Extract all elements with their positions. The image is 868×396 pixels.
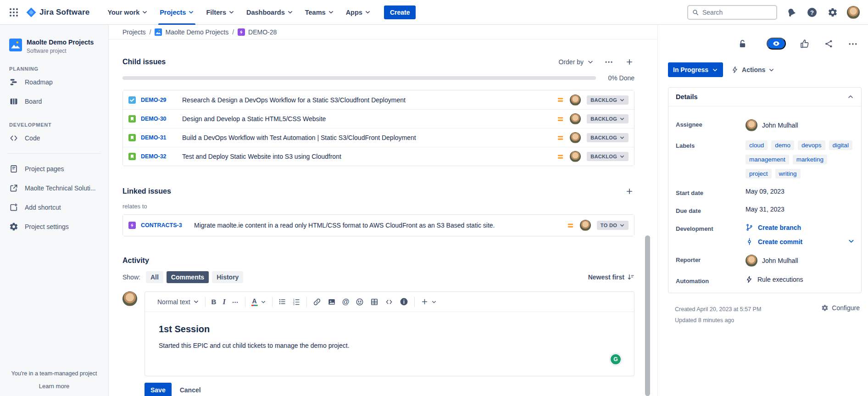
insert-more-button[interactable]	[417, 295, 440, 308]
notifications-button[interactable]	[785, 6, 797, 18]
start-date-value[interactable]: May 09, 2023	[746, 188, 854, 195]
more-formatting-button[interactable]: ⋯	[229, 297, 242, 307]
filter-comments-button[interactable]: Comments	[167, 271, 209, 283]
issue-summary[interactable]: Migrate maolte.ie content in a read only…	[194, 222, 562, 229]
details-header[interactable]: Details	[668, 88, 861, 106]
create-commit-link[interactable]: Create commit	[746, 238, 854, 245]
label-pill[interactable]: cloud	[746, 140, 768, 150]
breadcrumb-projects[interactable]: Projects	[122, 28, 146, 36]
nav-apps[interactable]: Apps	[340, 0, 377, 25]
nav-your-work[interactable]: Your work	[101, 0, 154, 25]
sidebar-item-board[interactable]: Board	[6, 93, 103, 110]
cancel-button[interactable]: Cancel	[174, 383, 206, 396]
panel-more-button[interactable]: ⋯	[847, 40, 859, 47]
save-button[interactable]: Save	[145, 383, 172, 396]
filter-history-button[interactable]: History	[212, 271, 243, 283]
global-search[interactable]	[687, 5, 777, 20]
watch-button[interactable]	[767, 38, 786, 50]
label-pill[interactable]: project	[746, 169, 772, 178]
mention-button[interactable]: @	[339, 295, 353, 309]
italic-button[interactable]: I	[219, 295, 228, 309]
sidebar-item-project-pages[interactable]: Project pages	[6, 160, 103, 178]
development-expand-chevron[interactable]	[848, 238, 855, 245]
jira-logo[interactable]: Jira Software	[24, 7, 94, 18]
emoji-button[interactable]	[352, 295, 367, 309]
label-pill[interactable]: demo	[771, 140, 794, 150]
label-pill[interactable]: management	[746, 155, 789, 164]
rule-executions-link[interactable]: Rule executions	[746, 276, 854, 283]
comment-body[interactable]: 1st Session Started this EPIC and cut ch…	[145, 312, 634, 376]
due-date-value[interactable]: May 31, 2023	[746, 206, 854, 213]
issue-row[interactable]: CONTRACTS-3 Migrate maolte.ie content in…	[123, 215, 634, 236]
issue-key-link[interactable]: CONTRACTS-3	[141, 222, 192, 229]
status-dropdown[interactable]: TO DO	[597, 221, 629, 230]
reporter-value[interactable]: John Mulhall	[746, 255, 854, 267]
settings-button[interactable]	[827, 6, 839, 18]
insert-image-button[interactable]	[324, 295, 339, 309]
add-child-issue-button[interactable]	[624, 57, 634, 67]
issue-key-link[interactable]: DEMO-32	[141, 153, 180, 160]
label-pill[interactable]: digital	[829, 140, 852, 150]
add-linked-issue-button[interactable]	[624, 186, 634, 196]
code-block-button[interactable]	[382, 295, 396, 309]
issue-summary[interactable]: Research & Design a DevOps Workflow for …	[182, 96, 551, 104]
issue-row[interactable]: DEMO-29 Research & Design a DevOps Workf…	[123, 90, 634, 109]
link-button[interactable]	[310, 295, 324, 309]
nav-projects[interactable]: Projects	[154, 0, 200, 25]
sidebar-item-roadmap[interactable]: Roadmap	[6, 73, 103, 91]
bold-button[interactable]: B	[208, 295, 220, 308]
app-switcher-icon[interactable]	[6, 5, 21, 20]
create-branch-link[interactable]: Create branch	[746, 223, 854, 231]
assignee-avatar[interactable]	[580, 220, 591, 231]
project-header[interactable]: Maolte Demo Projects Software project	[6, 39, 103, 54]
actions-dropdown[interactable]: Actions	[731, 66, 774, 73]
grammarly-icon[interactable]: G	[609, 353, 622, 366]
status-dropdown[interactable]: BACKLOG	[587, 152, 629, 161]
issue-key-link[interactable]: DEMO-29	[141, 97, 180, 103]
issue-row[interactable]: DEMO-30 Design and Develop a Static HTML…	[123, 109, 634, 128]
issue-row[interactable]: DEMO-32 Test and Deploy Static Website i…	[123, 147, 634, 166]
nav-teams[interactable]: Teams	[299, 0, 340, 25]
text-color-button[interactable]: A	[248, 295, 269, 309]
comment-editor[interactable]: Normal text B I ⋯ A	[145, 291, 634, 376]
search-input[interactable]	[702, 9, 772, 16]
vertical-scrollbar[interactable]	[645, 235, 650, 396]
text-style-dropdown[interactable]: Normal text	[154, 296, 202, 308]
numbered-list-button[interactable]: 123	[289, 295, 304, 308]
share-button[interactable]	[823, 38, 835, 50]
issue-summary[interactable]: Design and Develop a Static HTML5/CSS We…	[182, 115, 551, 123]
issue-key-link[interactable]: DEMO-30	[141, 116, 180, 122]
info-panel-button[interactable]	[396, 295, 412, 309]
learn-more-link[interactable]: Learn more	[0, 383, 108, 390]
sidebar-item-add-shortcut[interactable]: Add shortcut	[6, 199, 103, 216]
assignee-avatar[interactable]	[570, 132, 581, 143]
order-by-dropdown[interactable]: Order by	[559, 58, 594, 66]
child-issues-progress-bar[interactable]	[122, 76, 596, 80]
issue-row[interactable]: DEMO-31 Build a DevOps Workflow with Tes…	[123, 128, 634, 147]
restrict-button[interactable]	[737, 38, 748, 50]
issue-key-link[interactable]: DEMO-31	[141, 134, 180, 141]
issue-summary[interactable]: Test and Deploy Static Website into S3 u…	[182, 153, 551, 160]
label-pill[interactable]: devops	[798, 140, 825, 150]
nav-dashboards[interactable]: Dashboards	[240, 0, 299, 25]
configure-button[interactable]: Configure	[821, 304, 860, 312]
status-dropdown[interactable]: In Progress	[668, 62, 723, 77]
breadcrumb-issue[interactable]: DEMO-28	[238, 28, 277, 36]
sidebar-item-external-link[interactable]: Maolte Technical Soluti...	[6, 179, 103, 197]
breadcrumb-project[interactable]: Maolte Demo Projects	[155, 28, 228, 36]
sort-order-button[interactable]: Newest first	[588, 273, 634, 281]
insert-table-button[interactable]	[367, 295, 382, 309]
child-issues-more-button[interactable]: ⋯	[604, 59, 614, 65]
assignee-value[interactable]: John Mulhall	[746, 119, 854, 131]
nav-filters[interactable]: Filters	[200, 0, 240, 25]
bullet-list-button[interactable]	[275, 295, 289, 308]
assignee-avatar[interactable]	[570, 113, 581, 124]
status-dropdown[interactable]: BACKLOG	[587, 133, 629, 142]
help-button[interactable]: ?	[806, 6, 818, 19]
assignee-avatar[interactable]	[570, 151, 581, 162]
issue-summary[interactable]: Build a DevOps Workflow with Test Automa…	[182, 134, 551, 141]
assignee-avatar[interactable]	[570, 95, 581, 106]
label-pill[interactable]: writing	[775, 169, 801, 178]
create-button[interactable]: Create	[384, 6, 416, 19]
vote-button[interactable]	[799, 38, 810, 50]
